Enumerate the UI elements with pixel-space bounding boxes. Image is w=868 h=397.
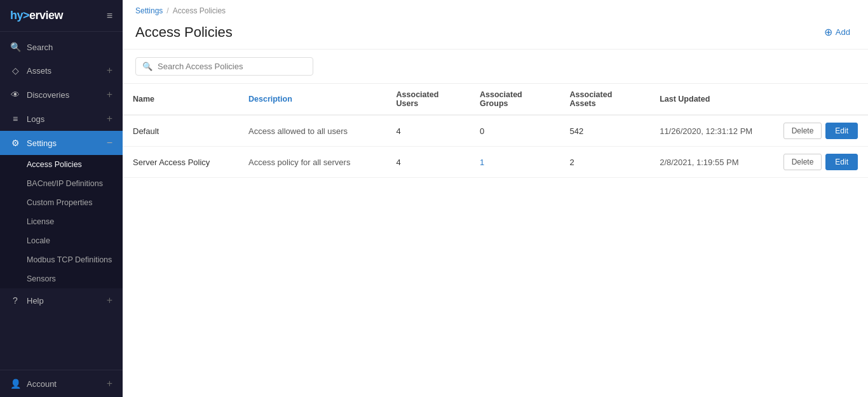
sidebar-item-help[interactable]: ? Help + [0,288,123,313]
row1-users: 4 [386,115,470,147]
hamburger-icon[interactable]: ≡ [107,10,112,22]
table-container: Name Description Associated Users Associ… [123,84,868,397]
row1-assets: 542 [560,115,650,147]
help-plus-icon[interactable]: + [107,295,112,306]
row2-edit-button[interactable]: Edit [825,154,858,170]
search-icon: 🔍 [142,62,153,71]
row2-last-updated: 2/8/2021, 1:19:55 PM [649,147,771,178]
row1-actions: Delete Edit [771,115,868,147]
sidebar-item-assets-label: Assets [27,66,51,76]
settings-icon: ⚙ [10,138,20,148]
settings-subnav: Access Policies BACnet/IP Definitions Cu… [0,155,123,288]
subnav-sensors[interactable]: Sensors [0,269,123,288]
account-icon: 👤 [10,379,20,389]
discoveries-icon: 👁 [10,90,20,100]
row1-description: Access allowed to all users [238,115,386,147]
sidebar-nav: 🔍 Search ◇ Assets + 👁 Discoveries + ≡ Lo… [0,32,123,370]
sidebar-item-search-label: Search [27,43,53,52]
breadcrumb-current: Access Policies [173,6,226,15]
row1-last-updated: 11/26/2020, 12:31:12 PM [649,115,771,147]
subnav-modbus[interactable]: Modbus TCP Definitions [0,250,123,269]
add-circle-icon: ⊕ [824,26,832,38]
col-header-actions [771,84,868,115]
search-wrap: 🔍 [135,57,313,76]
add-label: Add [836,27,850,37]
account-label: Account [27,379,57,389]
sidebar-item-assets[interactable]: ◇ Assets + [0,58,123,83]
col-header-description[interactable]: Description [238,84,386,115]
row2-groups[interactable]: 1 [470,147,560,178]
discoveries-plus-icon[interactable]: + [107,89,112,100]
sidebar-item-discoveries[interactable]: 👁 Discoveries + [0,83,123,107]
sidebar-item-help-label: Help [27,296,44,306]
subnav-bacnet[interactable]: BACnet/IP Definitions [0,174,123,193]
sidebar-item-logs-label: Logs [27,114,44,124]
page-title: Access Policies [135,24,233,41]
col-header-associated-groups: Associated Groups [470,84,560,115]
sidebar-item-search[interactable]: 🔍 Search [0,36,123,58]
subnav-locale[interactable]: Locale [0,231,123,250]
sidebar: hy>erview ≡ 🔍 Search ◇ Assets + 👁 Discov… [0,0,123,397]
sidebar-item-settings-label: Settings [27,138,57,148]
col-header-associated-assets: Associated Assets [560,84,650,115]
table-row: Server Access Policy Access policy for a… [123,147,868,178]
col-header-associated-users: Associated Users [386,84,470,115]
row1-name: Default [123,115,238,147]
subnav-custom-properties[interactable]: Custom Properties [0,193,123,212]
sidebar-logo: hy>erview ≡ [0,0,123,32]
row2-actions: Delete Edit [771,147,868,178]
table-row: Default Access allowed to all users 4 0 … [123,115,868,147]
breadcrumb-sep: / [166,6,168,15]
sidebar-item-logs[interactable]: ≡ Logs + [0,107,123,131]
breadcrumb: Settings / Access Policies [123,0,868,19]
search-nav-icon: 🔍 [10,42,20,52]
logs-plus-icon[interactable]: + [107,113,112,124]
row2-users: 4 [386,147,470,178]
logo: hy>erview [10,9,63,22]
search-bar: 🔍 [123,50,868,84]
access-policies-table: Name Description Associated Users Associ… [123,84,868,178]
account-item[interactable]: 👤 Account + [0,370,123,397]
search-input[interactable] [158,62,306,71]
logs-icon: ≡ [10,114,20,124]
assets-plus-icon[interactable]: + [107,65,112,76]
settings-minus-icon[interactable]: − [107,137,112,149]
subnav-access-policies[interactable]: Access Policies [0,155,123,174]
subnav-license[interactable]: License [0,212,123,231]
row2-assets: 2 [560,147,650,178]
row1-edit-button[interactable]: Edit [825,123,858,139]
row2-delete-button[interactable]: Delete [783,154,822,170]
row1-delete-button[interactable]: Delete [783,123,822,139]
breadcrumb-parent[interactable]: Settings [135,6,163,15]
sidebar-item-settings[interactable]: ⚙ Settings − [0,131,123,155]
sidebar-item-discoveries-label: Discoveries [27,90,69,100]
add-button[interactable]: ⊕ Add [819,23,855,41]
main-content: Settings / Access Policies Access Polici… [123,0,868,397]
sidebar-bottom: 👤 Account + [0,370,123,397]
account-plus-icon[interactable]: + [107,378,112,389]
help-icon: ? [10,295,20,306]
row1-groups: 0 [470,115,560,147]
table-header-row: Name Description Associated Users Associ… [123,84,868,115]
row2-name: Server Access Policy [123,147,238,178]
row2-description: Access policy for all servers [238,147,386,178]
col-header-name: Name [123,84,238,115]
page-header: Access Policies ⊕ Add [123,19,868,50]
col-header-last-updated: Last Updated [649,84,771,115]
assets-icon: ◇ [10,65,20,76]
